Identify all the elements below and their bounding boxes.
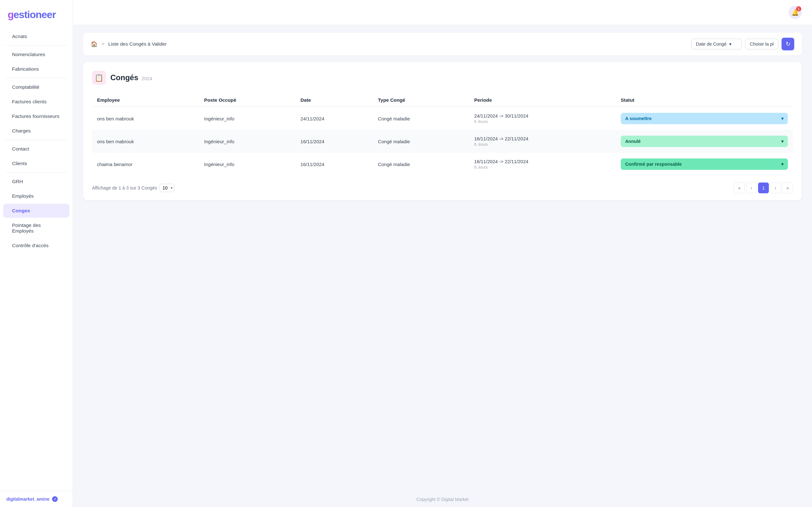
footer: Copyright © Digital Market	[73, 492, 812, 507]
cell-statut-2: Confirmé par responsable ▾	[616, 153, 793, 176]
statut-chevron-icon-1: ▾	[781, 139, 783, 144]
table-row: ons ben mabrouk Ingénieur_info 16/11/202…	[92, 130, 793, 153]
cell-date-0: 24/11/2024	[295, 107, 373, 130]
footer-text: Copyright © Digital Market	[416, 497, 469, 502]
table-card: 📋 Congés 2024 Employee Poste Occupé Date…	[83, 62, 802, 200]
sidebar-nav: Acnats Nomenclatures Fabrications Compta…	[0, 26, 72, 491]
table-title: Congés	[110, 73, 138, 82]
cell-employee-1: ons ben mabrouk	[92, 130, 199, 153]
cell-type-0: Congé maladie	[373, 107, 469, 130]
sidebar-item-pointage[interactable]: Pointage des Employés	[3, 218, 69, 238]
statut-badge-2[interactable]: Confirmé par responsable ▾	[621, 158, 788, 170]
col-periode: Periode	[469, 94, 616, 107]
page-content: 🏠 > Liste des Congés à Valider Date de C…	[73, 25, 812, 492]
cell-periode-2: 16/11/2024 -> 22/11/2024 6 Jours	[469, 153, 616, 176]
col-statut: Statut	[616, 94, 793, 107]
sidebar-item-factures-fournisseurs[interactable]: Factures fournisseurs	[3, 109, 69, 123]
col-date: Date	[295, 94, 373, 107]
pagination-info: Affichage de 1 à 3 sur 3 Congés 10 25 50…	[92, 184, 174, 192]
main-content: 🔔 1 🏠 > Liste des Congés à Valider Date …	[73, 0, 812, 507]
statut-label-0: A soumettre	[625, 116, 652, 121]
table-row: ons ben mabrouk Ingénieur_info 24/11/202…	[92, 107, 793, 130]
statut-chevron-icon-2: ▾	[781, 162, 783, 167]
table-year: 2024	[142, 76, 152, 81]
cell-type-2: Congé maladie	[373, 153, 469, 176]
notification-button[interactable]: 🔔 1	[789, 6, 802, 19]
pagination-bar: Affichage de 1 à 3 sur 3 Congés 10 25 50…	[92, 182, 793, 193]
breadcrumb-current: Liste des Congés à Valider	[108, 41, 166, 47]
period-filter-button[interactable]: Choisir la pl	[745, 39, 778, 49]
notification-badge: 1	[796, 6, 801, 11]
breadcrumb-bar: 🏠 > Liste des Congés à Valider Date de C…	[83, 33, 802, 55]
last-page-button[interactable]: »	[782, 182, 793, 193]
next-page-button[interactable]: ›	[770, 182, 781, 193]
statut-label-1: Annulé	[625, 139, 641, 144]
cell-poste-2: Ingénieur_info	[199, 153, 296, 176]
cell-date-2: 16/11/2024	[295, 153, 373, 176]
pagination-controls: « ‹ 1 › »	[734, 182, 793, 193]
col-type: Type Congé	[373, 94, 469, 107]
cell-periode-0: 24/11/2024 -> 30/11/2024 6 Jours	[469, 107, 616, 130]
pagination-text: Affichage de 1 à 3 sur 3 Congés	[92, 185, 157, 190]
sidebar-item-comptabilite[interactable]: Comptabilité	[3, 80, 69, 94]
statut-badge-1[interactable]: Annulé ▾	[621, 135, 788, 147]
sidebar-item-clients[interactable]: Clients	[3, 157, 69, 170]
refresh-icon: ↻	[786, 41, 791, 48]
sidebar-item-achats[interactable]: Acnats	[3, 30, 69, 43]
date-filter-chevron-icon: ▾	[729, 42, 731, 47]
page-1-button[interactable]: 1	[758, 182, 769, 193]
per-page-select[interactable]: 10 25 50	[159, 184, 174, 192]
table-header-icon: 📋	[92, 71, 106, 84]
sidebar-item-controle[interactable]: Contrôle d'accès	[3, 239, 69, 252]
sidebar-user-name: digitalmarket_amine	[6, 497, 49, 502]
statut-badge-0[interactable]: A soumettre ▾	[621, 113, 788, 124]
sidebar-item-factures-clients[interactable]: Factures clients	[3, 95, 69, 109]
cell-employee-0: ons ben mabrouk	[92, 107, 199, 130]
date-filter-dropdown[interactable]: Date de Congé ▾	[691, 39, 742, 49]
table-title-group: Congés 2024	[110, 73, 152, 82]
breadcrumb-filters: Date de Congé ▾ Choisir la pl ↻	[691, 38, 794, 50]
sidebar: gestioneer Acnats Nomenclatures Fabricat…	[0, 0, 73, 507]
sidebar-item-charges[interactable]: Charges	[3, 124, 69, 138]
logo[interactable]: gestioneer	[0, 0, 72, 26]
cell-periode-1: 16/11/2024 -> 22/11/2024 6 Jours	[469, 130, 616, 153]
user-verified-icon: ✓	[52, 496, 58, 502]
sidebar-item-employes[interactable]: Employés	[3, 189, 69, 203]
sidebar-item-grh[interactable]: GRH	[3, 175, 69, 188]
table-header: 📋 Congés 2024	[92, 71, 793, 84]
cell-employee-2: chaima benamor	[92, 153, 199, 176]
cell-poste-1: Ingénieur_info	[199, 130, 296, 153]
logo-rest: estioneer	[14, 9, 56, 20]
cell-statut-0: A soumettre ▾	[616, 107, 793, 130]
logo-g: g	[8, 9, 14, 20]
topbar: 🔔 1	[73, 0, 812, 25]
statut-label-2: Confirmé par responsable	[625, 162, 681, 167]
cell-poste-0: Ingénieur_info	[199, 107, 296, 130]
table-row: chaima benamor Ingénieur_info 16/11/2024…	[92, 153, 793, 176]
first-page-button[interactable]: «	[734, 182, 745, 193]
per-page-wrapper: 10 25 50 ▾	[159, 184, 174, 192]
col-employee: Employee	[92, 94, 199, 107]
date-filter-label: Date de Congé	[696, 42, 727, 47]
statut-chevron-icon-0: ▾	[781, 116, 783, 121]
sidebar-footer: digitalmarket_amine ✓	[0, 491, 72, 507]
cell-statut-1: Annulé ▾	[616, 130, 793, 153]
cell-type-1: Congé maladie	[373, 130, 469, 153]
col-poste: Poste Occupé	[199, 94, 296, 107]
home-icon[interactable]: 🏠	[91, 41, 98, 48]
cell-date-1: 16/11/2024	[295, 130, 373, 153]
sidebar-item-conges[interactable]: Conges	[3, 204, 69, 218]
sidebar-item-contact[interactable]: Contact	[3, 142, 69, 156]
breadcrumb-separator: >	[101, 41, 104, 47]
refresh-button[interactable]: ↻	[781, 38, 794, 50]
sidebar-item-fabrications[interactable]: Fabrications	[3, 62, 69, 76]
conges-table: Employee Poste Occupé Date Type Congé Pe…	[92, 94, 793, 176]
sidebar-item-nomenclatures[interactable]: Nomenclatures	[3, 48, 69, 61]
prev-page-button[interactable]: ‹	[746, 182, 757, 193]
